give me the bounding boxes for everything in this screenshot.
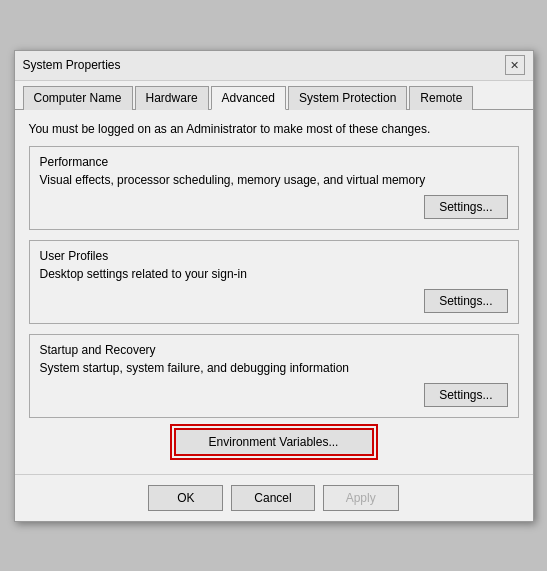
env-var-row: Environment Variables... bbox=[29, 428, 519, 456]
info-text: You must be logged on as an Administrato… bbox=[29, 122, 519, 136]
window-title: System Properties bbox=[23, 58, 121, 72]
user-profiles-title: User Profiles bbox=[40, 249, 508, 263]
cancel-button[interactable]: Cancel bbox=[231, 485, 314, 511]
performance-settings-button[interactable]: Settings... bbox=[424, 195, 507, 219]
startup-recovery-title: Startup and Recovery bbox=[40, 343, 508, 357]
user-profiles-desc: Desktop settings related to your sign-in bbox=[40, 267, 508, 281]
tab-computer-name[interactable]: Computer Name bbox=[23, 86, 133, 110]
bottom-bar: OK Cancel Apply bbox=[15, 474, 533, 521]
tab-system-protection[interactable]: System Protection bbox=[288, 86, 407, 110]
apply-button[interactable]: Apply bbox=[323, 485, 399, 511]
tab-bar: Computer Name Hardware Advanced System P… bbox=[15, 81, 533, 110]
tab-content: You must be logged on as an Administrato… bbox=[15, 110, 533, 474]
tab-remote[interactable]: Remote bbox=[409, 86, 473, 110]
user-profiles-section: User Profiles Desktop settings related t… bbox=[29, 240, 519, 324]
performance-section: Performance Visual effects, processor sc… bbox=[29, 146, 519, 230]
startup-recovery-settings-button[interactable]: Settings... bbox=[424, 383, 507, 407]
tab-hardware[interactable]: Hardware bbox=[135, 86, 209, 110]
ok-button[interactable]: OK bbox=[148, 485, 223, 511]
close-button[interactable]: ✕ bbox=[505, 55, 525, 75]
environment-variables-button[interactable]: Environment Variables... bbox=[174, 428, 374, 456]
startup-recovery-section: Startup and Recovery System startup, sys… bbox=[29, 334, 519, 418]
startup-recovery-desc: System startup, system failure, and debu… bbox=[40, 361, 508, 375]
performance-desc: Visual effects, processor scheduling, me… bbox=[40, 173, 508, 187]
performance-title: Performance bbox=[40, 155, 508, 169]
title-bar: System Properties ✕ bbox=[15, 51, 533, 81]
tab-advanced[interactable]: Advanced bbox=[211, 86, 286, 110]
system-properties-window: System Properties ✕ Computer Name Hardwa… bbox=[14, 50, 534, 522]
user-profiles-settings-button[interactable]: Settings... bbox=[424, 289, 507, 313]
